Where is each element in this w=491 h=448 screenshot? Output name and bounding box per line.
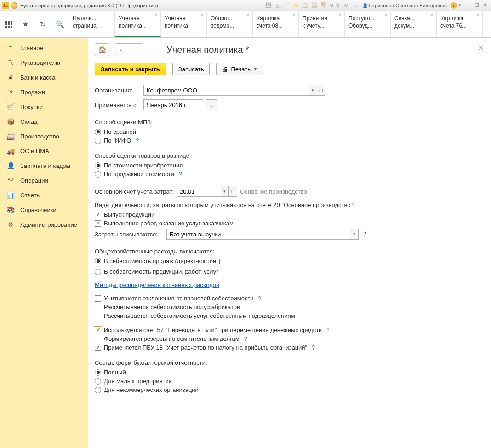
window-maximize[interactable] xyxy=(473,2,481,9)
writeoff-dropdown-icon[interactable]: ▾ xyxy=(350,229,359,240)
sidebar-item-6[interactable]: 🏭 Производство xyxy=(0,129,88,144)
tab-close-icon[interactable]: ✕ xyxy=(200,13,204,17)
chk-semifinished[interactable]: Рассчитывается себестоимость полуфабрика… xyxy=(95,304,485,310)
tab-8[interactable]: Карточка счета 76... ✕ xyxy=(437,11,483,37)
reports-radio-full[interactable]: Полный xyxy=(95,369,485,376)
org-input[interactable] xyxy=(143,85,309,96)
reports-radio-nko[interactable]: Для некоммерческих организаций xyxy=(95,386,485,393)
tab-1[interactable]: Учетная политика... ✕ xyxy=(115,11,161,37)
sidebar-item-2[interactable]: ₽ Банк и касса xyxy=(0,70,88,85)
print-icon[interactable]: 🖨 xyxy=(274,2,281,9)
history-icon[interactable]: ↻ xyxy=(38,19,48,29)
org-dropdown-icon[interactable]: ▾ xyxy=(309,85,317,96)
sidebar-item-7[interactable]: 🚚 ОС и НМА xyxy=(0,144,88,158)
overhead-radio-direct[interactable]: В себестоимость продаж (директ-костинг) xyxy=(95,258,485,264)
help-icon[interactable]: ? xyxy=(179,171,182,178)
content-close-icon[interactable]: ✕ xyxy=(478,44,484,52)
window-minimize[interactable] xyxy=(464,2,473,9)
date-input[interactable] xyxy=(143,99,203,110)
tab-close-icon[interactable]: ✕ xyxy=(338,13,342,17)
chk-ownservices[interactable]: Рассчитывается себестоимость услуг собст… xyxy=(95,312,485,319)
org-open-icon[interactable]: ◫ xyxy=(317,85,325,96)
writeoff-input[interactable] xyxy=(166,229,350,240)
save-close-button[interactable]: Записать и закрыть xyxy=(95,63,166,75)
tab-close-icon[interactable]: ✕ xyxy=(246,13,250,17)
memory-mminus[interactable]: M- xyxy=(344,3,350,8)
print-button[interactable]: 🖨 Печать ▼ xyxy=(216,63,263,75)
chk-deviations[interactable]: Учитываются отклонения от плановой себес… xyxy=(95,295,485,302)
tab-7[interactable]: Связа... докум... ✕ xyxy=(391,11,437,37)
sidebar-item-5[interactable]: 📦 Склад xyxy=(0,114,88,129)
calendar-icon[interactable]: 📅 xyxy=(320,2,327,9)
account-dropdown-icon[interactable]: ▾ xyxy=(221,186,229,197)
chk-account57[interactable]: Используется счет 57 "Переводы в пути" п… xyxy=(95,327,485,333)
tab-close-icon[interactable]: ✕ xyxy=(476,13,480,17)
chk-pbu18[interactable]: Применяется ПБУ 18 "Учет расчетов по нал… xyxy=(95,344,485,351)
chk-reserves[interactable]: Формируются резервы по сомнительным долг… xyxy=(95,335,485,342)
nav-back[interactable]: ← xyxy=(115,44,129,56)
sidebar-item-8[interactable]: 👤 Зарплата и кадры xyxy=(0,158,88,173)
tab-close-icon[interactable]: ✕ xyxy=(154,13,158,17)
date-picker-button[interactable]: … xyxy=(206,99,217,110)
tab-3[interactable]: Оборот... ведомо... ✕ xyxy=(207,11,253,37)
favorites-icon[interactable]: ★ xyxy=(21,19,31,29)
tab-4[interactable]: Карточка счета 08... ✕ xyxy=(253,11,299,37)
help-icon[interactable]: ? xyxy=(326,327,330,333)
reports-radio-small[interactable]: Для малых предприятий xyxy=(95,378,485,385)
mpz-radio-avg[interactable]: По средней xyxy=(95,128,485,135)
search-icon[interactable]: 🔍 xyxy=(55,19,65,29)
tab-2[interactable]: Учетная политика ✕ xyxy=(161,11,207,37)
save-icon[interactable]: 💾 xyxy=(265,2,272,9)
retail-sale-label: По продажной стоимости xyxy=(104,171,174,178)
sidebar-item-12[interactable]: ⚙ Администрирование xyxy=(0,217,88,232)
home-button[interactable]: 🏠 xyxy=(95,43,109,56)
panel-icon[interactable]: ▭ xyxy=(352,2,360,9)
doc-icon[interactable]: 📄 xyxy=(283,2,291,9)
sidebar-item-label: Производство xyxy=(20,133,59,140)
tab-5[interactable]: Принятие к учету... ✕ xyxy=(299,11,345,37)
sidebar-item-4[interactable]: 🛒 Покупки xyxy=(0,99,88,114)
tab-close-icon[interactable]: ✕ xyxy=(384,13,388,17)
nav-circle-icon[interactable] xyxy=(11,2,17,9)
sidebar-item-0[interactable]: ≡ Главное xyxy=(0,40,88,55)
window-close[interactable] xyxy=(481,2,489,9)
tab-close-icon[interactable]: ✕ xyxy=(292,13,296,17)
tab-6[interactable]: Поступл... Оборуд... ✕ xyxy=(345,11,391,37)
account-open-icon[interactable]: ◫ xyxy=(229,186,237,197)
apps-icon[interactable] xyxy=(4,19,14,29)
account-combo[interactable]: ▾ ◫ xyxy=(177,186,237,197)
clipboard-icon[interactable]: 📋 xyxy=(302,2,309,9)
help-icon[interactable]: ? xyxy=(244,336,247,342)
tab-0[interactable]: Началь... страница xyxy=(69,11,115,37)
memory-mplus[interactable]: M+ xyxy=(335,3,343,8)
chk-services[interactable]: Выполнение работ, оказание услуг заказчи… xyxy=(95,220,485,227)
methods-link[interactable]: Методы распределения косвенных расходов xyxy=(95,281,219,288)
help-icon[interactable]: ? xyxy=(136,138,139,144)
writeoff-combo[interactable]: ▾ xyxy=(166,229,359,240)
save-button[interactable]: Записать xyxy=(172,63,210,75)
retail-radio-cost[interactable]: По стоимости приобретения xyxy=(95,162,485,169)
account-input[interactable] xyxy=(177,186,221,197)
retail-radio-sale[interactable]: По продажной стоимости? xyxy=(95,171,485,178)
sidebar-item-1[interactable]: 〽 Руководителю xyxy=(0,55,88,70)
info-icon[interactable]: i xyxy=(451,2,457,9)
current-user[interactable]: Ларионова Светлана Викторовна xyxy=(362,3,447,8)
star-icon[interactable]: ⭐ xyxy=(292,2,300,9)
memory-m[interactable]: M xyxy=(329,3,333,8)
sidebar-item-9[interactable]: ᴬᴮ Операции xyxy=(0,173,88,188)
org-combo[interactable]: ▾ ◫ xyxy=(143,85,325,96)
chk-production[interactable]: Выпуск продукции xyxy=(95,211,485,218)
sidebar-icon: 🛒 xyxy=(6,103,15,110)
help-icon[interactable]: ? xyxy=(363,231,366,237)
overhead-radio-cost[interactable]: В себестоимость продукции, работ, услуг xyxy=(95,268,485,275)
mpz-radio-fifo[interactable]: По ФИФО? xyxy=(95,137,485,144)
sidebar-item-3[interactable]: 🛍 Продажи xyxy=(0,85,88,99)
content-nav-row: 🏠 ← → Учетная политика * xyxy=(95,43,485,56)
help-icon[interactable]: ? xyxy=(258,295,262,302)
help-icon[interactable]: ? xyxy=(312,345,315,351)
info-dropdown-icon[interactable]: ▼ xyxy=(458,3,462,7)
tab-close-icon[interactable]: ✕ xyxy=(430,13,434,17)
sidebar-item-10[interactable]: 📊 Отчеты xyxy=(0,188,88,202)
sidebar-item-11[interactable]: 📚 Справочники xyxy=(0,202,88,217)
calc-icon[interactable]: 🧮 xyxy=(311,2,318,9)
